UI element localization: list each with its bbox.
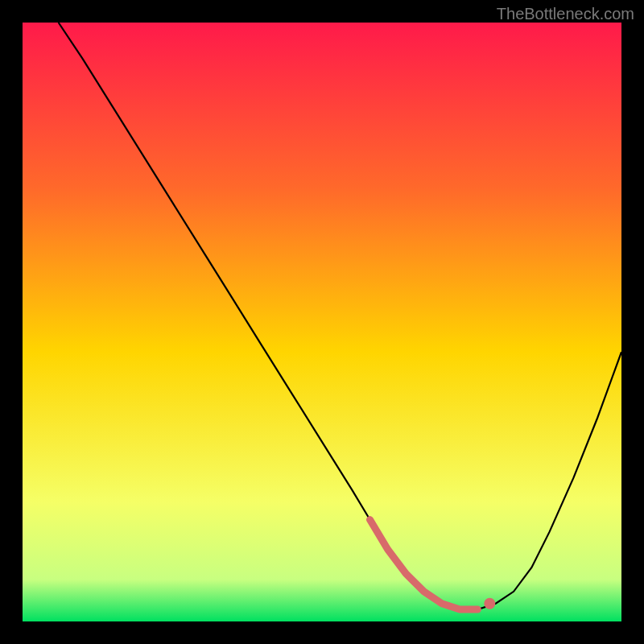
bottleneck-curve [23, 23, 621, 621]
svg-point-1 [484, 598, 495, 609]
watermark-text: TheBottleneck.com [497, 5, 634, 23]
chart-plot-area [23, 23, 621, 621]
